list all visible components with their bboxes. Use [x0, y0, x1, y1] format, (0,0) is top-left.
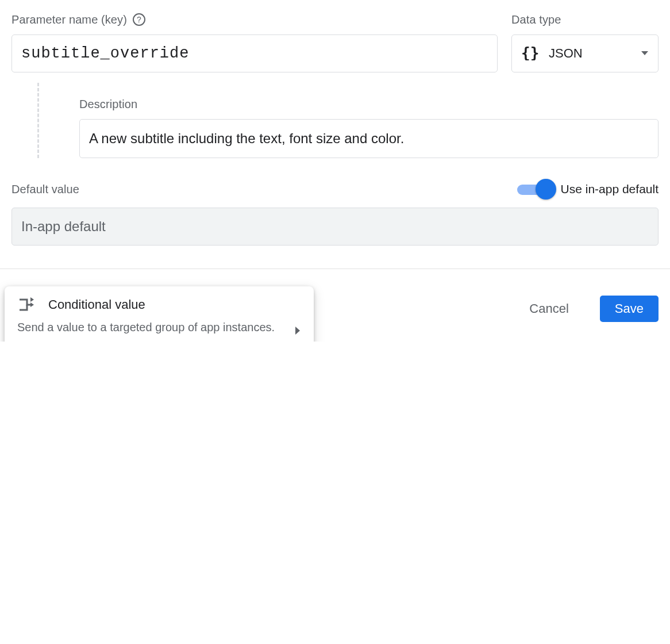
default-value-row: Default value Use in-app default [11, 179, 659, 200]
cancel-button[interactable]: Cancel [514, 296, 583, 322]
use-default-label: Use in-app default [561, 182, 659, 196]
toggle-thumb [536, 179, 556, 200]
menu-item-head: Conditional value [17, 297, 301, 313]
description-content: Description [63, 83, 659, 158]
menu-item-desc: Send a value to a targeted group of app … [17, 319, 301, 336]
default-value-label: Default value [11, 183, 79, 196]
menu-item-conditional-value[interactable]: Conditional value Send a value to a targ… [5, 286, 314, 342]
chevron-down-icon [641, 48, 649, 59]
menu-item-title: Conditional value [48, 297, 145, 312]
data-type-dropdown[interactable]: {} JSON [511, 34, 659, 72]
tree-connector [37, 83, 63, 158]
bottom-section: Cancel Save Conditional value Send a val… [11, 269, 659, 330]
use-default-toggle[interactable] [517, 179, 553, 200]
use-default-toggle-wrap: Use in-app default [517, 179, 659, 200]
data-type-label: Data type [511, 13, 561, 26]
help-icon[interactable]: ? [133, 13, 145, 26]
description-input[interactable] [79, 119, 659, 158]
top-row: Parameter name (key) ? Data type {} JSON [11, 12, 659, 72]
data-type-value: JSON [549, 46, 630, 61]
save-button[interactable]: Save [600, 296, 659, 322]
data-type-column: Data type {} JSON [511, 12, 659, 72]
default-value-input [11, 208, 659, 246]
description-block: Description [11, 83, 659, 158]
add-menu: Conditional value Send a value to a targ… [5, 286, 314, 342]
parameter-name-label-row: Parameter name (key) ? [11, 12, 498, 28]
chevron-right-icon [294, 325, 301, 338]
parameter-name-label: Parameter name (key) [11, 13, 127, 26]
split-path-icon [17, 297, 36, 313]
data-type-label-row: Data type [511, 12, 659, 28]
parameter-form: Parameter name (key) ? Data type {} JSON [11, 12, 659, 269]
description-label: Description [79, 98, 659, 111]
parameter-name-input[interactable] [11, 34, 498, 72]
svg-text:{}: {} [521, 47, 538, 60]
json-braces-icon: {} [521, 47, 538, 60]
parameter-name-column: Parameter name (key) ? [11, 12, 498, 72]
